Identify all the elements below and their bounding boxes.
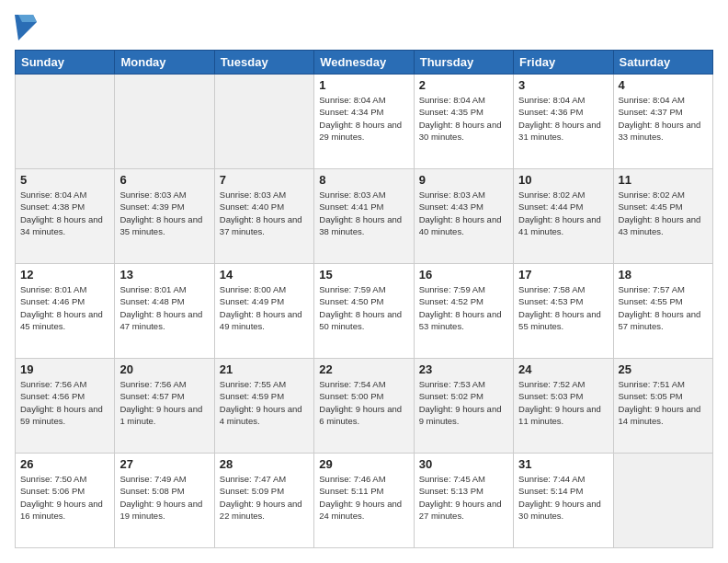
calendar-week-row: 1Sunrise: 8:04 AM Sunset: 4:34 PM Daylig… — [16, 75, 713, 169]
day-of-week-header: Tuesday — [214, 51, 313, 75]
calendar-cell: 11Sunrise: 8:02 AM Sunset: 4:45 PM Dayli… — [613, 169, 712, 264]
day-info: Sunrise: 7:51 AM Sunset: 5:05 PM Dayligh… — [619, 378, 708, 427]
day-number: 25 — [619, 362, 708, 376]
calendar-cell: 29Sunrise: 7:46 AM Sunset: 5:11 PM Dayli… — [314, 454, 414, 548]
calendar-cell: 5Sunrise: 8:04 AM Sunset: 4:38 PM Daylig… — [16, 169, 115, 264]
day-number: 26 — [20, 457, 109, 471]
calendar-cell: 27Sunrise: 7:49 AM Sunset: 5:08 PM Dayli… — [115, 454, 214, 548]
day-of-week-header: Wednesday — [314, 51, 414, 75]
calendar-cell: 3Sunrise: 8:04 AM Sunset: 4:36 PM Daylig… — [514, 75, 613, 169]
day-number: 7 — [220, 173, 309, 187]
day-of-week-header: Thursday — [414, 51, 513, 75]
calendar-table: SundayMondayTuesdayWednesdayThursdayFrid… — [15, 50, 713, 548]
day-number: 29 — [319, 457, 408, 471]
day-of-week-header: Friday — [514, 51, 613, 75]
calendar-cell: 16Sunrise: 7:59 AM Sunset: 4:52 PM Dayli… — [414, 264, 513, 359]
day-info: Sunrise: 7:53 AM Sunset: 5:02 PM Dayligh… — [419, 378, 508, 427]
calendar-week-row: 5Sunrise: 8:04 AM Sunset: 4:38 PM Daylig… — [16, 169, 713, 264]
calendar-cell: 4Sunrise: 8:04 AM Sunset: 4:37 PM Daylig… — [613, 75, 712, 169]
day-info: Sunrise: 8:01 AM Sunset: 4:48 PM Dayligh… — [119, 283, 209, 332]
day-number: 31 — [518, 457, 608, 471]
day-number: 20 — [119, 362, 209, 376]
calendar-cell — [214, 75, 313, 169]
day-number: 1 — [319, 78, 408, 92]
calendar-cell: 12Sunrise: 8:01 AM Sunset: 4:46 PM Dayli… — [16, 264, 115, 359]
calendar-week-row: 19Sunrise: 7:56 AM Sunset: 4:56 PM Dayli… — [16, 359, 713, 454]
logo-icon — [15, 15, 37, 40]
day-info: Sunrise: 7:58 AM Sunset: 4:53 PM Dayligh… — [518, 283, 608, 332]
day-number: 17 — [518, 268, 608, 282]
day-info: Sunrise: 8:03 AM Sunset: 4:41 PM Dayligh… — [319, 189, 408, 237]
day-info: Sunrise: 8:04 AM Sunset: 4:34 PM Dayligh… — [319, 94, 408, 143]
day-info: Sunrise: 8:04 AM Sunset: 4:38 PM Dayligh… — [20, 189, 109, 237]
day-info: Sunrise: 8:03 AM Sunset: 4:39 PM Dayligh… — [119, 189, 209, 237]
calendar-cell: 21Sunrise: 7:55 AM Sunset: 4:59 PM Dayli… — [214, 359, 313, 454]
day-number: 18 — [619, 268, 708, 282]
calendar-cell: 22Sunrise: 7:54 AM Sunset: 5:00 PM Dayli… — [314, 359, 414, 454]
day-number: 28 — [220, 457, 309, 471]
calendar-header-row: SundayMondayTuesdayWednesdayThursdayFrid… — [16, 51, 713, 75]
calendar-week-row: 26Sunrise: 7:50 AM Sunset: 5:06 PM Dayli… — [16, 454, 713, 548]
calendar-cell: 23Sunrise: 7:53 AM Sunset: 5:02 PM Dayli… — [414, 359, 513, 454]
day-info: Sunrise: 8:04 AM Sunset: 4:35 PM Dayligh… — [419, 94, 508, 143]
calendar-cell — [613, 454, 712, 548]
header — [15, 15, 713, 40]
day-number: 21 — [220, 362, 309, 376]
calendar-cell: 31Sunrise: 7:44 AM Sunset: 5:14 PM Dayli… — [514, 454, 613, 548]
day-info: Sunrise: 7:57 AM Sunset: 4:55 PM Dayligh… — [619, 283, 708, 332]
day-number: 27 — [119, 457, 209, 471]
logo — [15, 15, 40, 40]
calendar-cell: 19Sunrise: 7:56 AM Sunset: 4:56 PM Dayli… — [16, 359, 115, 454]
day-info: Sunrise: 7:56 AM Sunset: 4:57 PM Dayligh… — [119, 378, 209, 427]
day-info: Sunrise: 7:52 AM Sunset: 5:03 PM Dayligh… — [518, 378, 608, 427]
day-number: 9 — [419, 173, 508, 187]
day-number: 12 — [20, 268, 109, 282]
day-number: 3 — [518, 78, 608, 92]
calendar-cell: 10Sunrise: 8:02 AM Sunset: 4:44 PM Dayli… — [514, 169, 613, 264]
calendar-cell: 13Sunrise: 8:01 AM Sunset: 4:48 PM Dayli… — [115, 264, 214, 359]
calendar-cell: 8Sunrise: 8:03 AM Sunset: 4:41 PM Daylig… — [314, 169, 414, 264]
day-info: Sunrise: 8:00 AM Sunset: 4:49 PM Dayligh… — [220, 283, 309, 332]
day-info: Sunrise: 7:46 AM Sunset: 5:11 PM Dayligh… — [319, 473, 408, 522]
day-info: Sunrise: 7:45 AM Sunset: 5:13 PM Dayligh… — [419, 473, 508, 522]
day-number: 16 — [419, 268, 508, 282]
day-info: Sunrise: 7:47 AM Sunset: 5:09 PM Dayligh… — [220, 473, 309, 522]
calendar-cell: 15Sunrise: 7:59 AM Sunset: 4:50 PM Dayli… — [314, 264, 414, 359]
day-number: 5 — [20, 173, 109, 187]
calendar-cell: 26Sunrise: 7:50 AM Sunset: 5:06 PM Dayli… — [16, 454, 115, 548]
day-info: Sunrise: 8:02 AM Sunset: 4:45 PM Dayligh… — [619, 189, 708, 237]
page: SundayMondayTuesdayWednesdayThursdayFrid… — [0, 0, 728, 563]
calendar-cell: 14Sunrise: 8:00 AM Sunset: 4:49 PM Dayli… — [214, 264, 313, 359]
calendar-week-row: 12Sunrise: 8:01 AM Sunset: 4:46 PM Dayli… — [16, 264, 713, 359]
day-number: 2 — [419, 78, 508, 92]
day-number: 15 — [319, 268, 408, 282]
day-number: 13 — [119, 268, 209, 282]
calendar-cell — [16, 75, 115, 169]
calendar-cell: 25Sunrise: 7:51 AM Sunset: 5:05 PM Dayli… — [613, 359, 712, 454]
day-number: 4 — [619, 78, 708, 92]
calendar-cell: 7Sunrise: 8:03 AM Sunset: 4:40 PM Daylig… — [214, 169, 313, 264]
calendar-cell: 17Sunrise: 7:58 AM Sunset: 4:53 PM Dayli… — [514, 264, 613, 359]
calendar-cell: 18Sunrise: 7:57 AM Sunset: 4:55 PM Dayli… — [613, 264, 712, 359]
day-info: Sunrise: 7:44 AM Sunset: 5:14 PM Dayligh… — [518, 473, 608, 522]
day-number: 8 — [319, 173, 408, 187]
day-number: 6 — [119, 173, 209, 187]
day-info: Sunrise: 8:03 AM Sunset: 4:40 PM Dayligh… — [220, 189, 309, 237]
day-info: Sunrise: 7:59 AM Sunset: 4:52 PM Dayligh… — [419, 283, 508, 332]
day-info: Sunrise: 7:59 AM Sunset: 4:50 PM Dayligh… — [319, 283, 408, 332]
day-number: 11 — [619, 173, 708, 187]
day-of-week-header: Saturday — [613, 51, 712, 75]
calendar-cell: 6Sunrise: 8:03 AM Sunset: 4:39 PM Daylig… — [115, 169, 214, 264]
day-info: Sunrise: 8:02 AM Sunset: 4:44 PM Dayligh… — [518, 189, 608, 237]
day-number: 30 — [419, 457, 508, 471]
day-info: Sunrise: 7:54 AM Sunset: 5:00 PM Dayligh… — [319, 378, 408, 427]
calendar-cell: 2Sunrise: 8:04 AM Sunset: 4:35 PM Daylig… — [414, 75, 513, 169]
day-info: Sunrise: 8:04 AM Sunset: 4:36 PM Dayligh… — [518, 94, 608, 143]
day-number: 23 — [419, 362, 508, 376]
day-number: 19 — [20, 362, 109, 376]
calendar-cell: 20Sunrise: 7:56 AM Sunset: 4:57 PM Dayli… — [115, 359, 214, 454]
calendar-cell: 30Sunrise: 7:45 AM Sunset: 5:13 PM Dayli… — [414, 454, 513, 548]
calendar-cell: 9Sunrise: 8:03 AM Sunset: 4:43 PM Daylig… — [414, 169, 513, 264]
day-info: Sunrise: 7:50 AM Sunset: 5:06 PM Dayligh… — [20, 473, 109, 522]
day-number: 22 — [319, 362, 408, 376]
